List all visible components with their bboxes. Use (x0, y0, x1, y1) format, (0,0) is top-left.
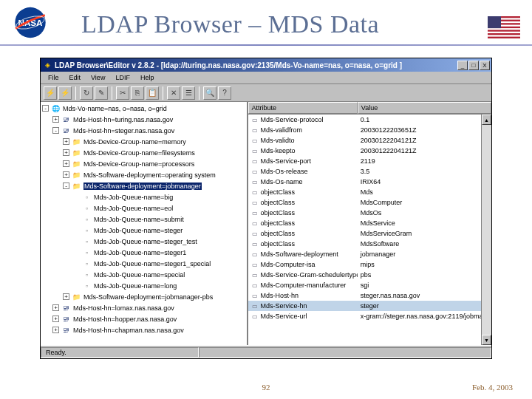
list-row[interactable]: ▭Mds-Computer-isamips (248, 259, 491, 270)
maximize-button[interactable]: □ (468, 61, 479, 70)
expand-toggle[interactable]: + (52, 116, 59, 123)
tree-item[interactable]: +🖳Mds-Host-hn=chapman.nas.nasa.gov (41, 324, 247, 335)
tool-cut[interactable]: ✂ (116, 86, 129, 100)
menu-view[interactable]: View (86, 73, 109, 82)
tree-item[interactable]: -🖳Mds-Host-hn=steger.nas.nasa.gov (41, 125, 247, 136)
attr-value: steger (358, 301, 491, 311)
tool-copy[interactable]: ⎘ (131, 86, 144, 100)
list-row[interactable]: ▭Mds-validto20030122204121Z (248, 135, 491, 146)
tool-delete[interactable]: ✕ (167, 86, 180, 100)
attribute-icon: ▭ (251, 271, 259, 279)
list-row[interactable]: ▭Mds-Software-deploymentjobmanager (248, 249, 491, 259)
tree-item[interactable]: ▫Mds-Job-Queue-name=submit (41, 214, 247, 225)
attr-name: Mds-Service-port (261, 157, 312, 165)
tree-item[interactable]: +📁Mds-Software-deployment=jobmanager-pbs (41, 291, 247, 302)
tree-item[interactable]: ▫Mds-Job-Queue-name=steger1 (41, 247, 247, 258)
tree-item[interactable]: ▫Mds-Job-Queue-name=steger1_special (41, 258, 247, 269)
minimize-button[interactable]: _ (457, 61, 468, 70)
tool-props[interactable]: ☰ (182, 86, 195, 100)
expand-toggle[interactable]: + (63, 138, 69, 145)
list-row[interactable]: ▭objectClassMdsServiceGram (248, 228, 491, 239)
column-value[interactable]: Value (358, 102, 491, 114)
attribute-icon: ▭ (251, 199, 259, 206)
list-row[interactable]: ▭objectClassMds (248, 187, 491, 197)
tree-item[interactable]: +🖳Mds-Host-hn=hopper.nas.nasa.gov (41, 313, 247, 324)
expand-toggle[interactable]: + (63, 160, 69, 167)
leaf-icon: ▫ (82, 248, 92, 256)
tree-item[interactable]: ▫Mds-Job-Queue-name=steger (41, 225, 247, 236)
vertical-scrollbar[interactable]: ▲ ▼ (481, 115, 491, 345)
list-row[interactable]: ▭Mds-Computer-manufacturersgi (248, 280, 491, 290)
tree-label: Mds-Job-Queue-name=steger1 (94, 249, 186, 256)
folder-icon: 📁 (72, 160, 81, 168)
tree-item[interactable]: ▫Mds-Job-Queue-name=steger_test (41, 236, 247, 247)
list-row[interactable]: ▭Mds-Os-nameIRIX64 (248, 177, 491, 187)
tree-label: Mds-Vo-name=nas, o=nasa, o=grid (63, 105, 167, 112)
tree-item[interactable]: ▫Mds-Job-Queue-name=long (41, 280, 247, 291)
list-row[interactable]: ▭objectClassMdsSoftware (248, 239, 491, 249)
attribute-icon: ▭ (251, 188, 259, 196)
svg-rect-9 (488, 35, 520, 36)
tree-label: Mds-Host-hn=lomax.nas.nasa.gov (73, 304, 174, 312)
tree-item[interactable]: -🌐Mds-Vo-name=nas, o=nasa, o=grid (41, 103, 247, 114)
tree-item[interactable]: ▫Mds-Job-Queue-name=special (41, 269, 247, 280)
menu-file[interactable]: File (44, 73, 64, 82)
tree-item[interactable]: -📁Mds-Software-deployment=jobmanager (41, 180, 247, 191)
expand-toggle[interactable]: - (52, 127, 59, 134)
tree-item[interactable]: +🖳Mds-Host-hn=lomax.nas.nasa.gov (41, 302, 247, 313)
list-row[interactable]: ▭objectClassMdsOs (248, 208, 491, 218)
tool-help[interactable]: ? (218, 86, 231, 100)
expand-toggle[interactable]: - (42, 105, 49, 112)
list-row[interactable]: ▭Mds-Host-hnsteger.nas.nasa.gov (248, 290, 491, 301)
tree-pane[interactable]: -🌐Mds-Vo-name=nas, o=nasa, o=grid+🖳Mds-H… (41, 102, 248, 345)
list-row[interactable]: ▭Mds-Os-release3.5 (248, 166, 491, 177)
list-row[interactable]: ▭objectClassMdsComputer (248, 197, 491, 208)
expand-toggle[interactable]: - (63, 183, 69, 189)
menu-ldif[interactable]: LDIF (111, 73, 134, 82)
close-button[interactable]: X (480, 61, 490, 70)
expand-toggle[interactable]: + (52, 316, 59, 322)
tree-item[interactable]: ▫Mds-Job-Queue-name=big (41, 191, 247, 202)
attr-value: IRIX64 (358, 177, 491, 187)
tool-search[interactable]: 🔍 (203, 86, 216, 100)
expand-toggle[interactable]: + (63, 171, 69, 178)
column-attribute[interactable]: Attribute (248, 102, 358, 114)
list-row[interactable]: ▭Mds-validfrom20030122203651Z (248, 125, 491, 135)
list-pane[interactable]: Attribute Value ▭Mds-Service-protocol0.1… (248, 102, 491, 345)
tool-connect[interactable]: ⚡ (44, 86, 57, 100)
tool-refresh[interactable]: ↻ (80, 86, 93, 100)
tree-item[interactable]: +📁Mds-Software-deployment=operating syst… (41, 169, 247, 180)
tree-item[interactable]: +📁Mds-Device-Group-name=processors (41, 158, 247, 169)
scroll-up-button[interactable]: ▲ (482, 115, 491, 125)
menu-edit[interactable]: Edit (65, 73, 86, 82)
attr-value: x-gram://steger.nas.nasa.gov:2119/jobman… (358, 311, 491, 321)
tree-label: Mds-Host-hn=hopper.nas.nasa.gov (73, 316, 177, 323)
tree-item[interactable]: +🖳Mds-Host-hn=turing.nas.nasa.gov (41, 114, 247, 125)
list-row[interactable]: ▭objectClassMdsService (248, 218, 491, 228)
leaf-icon: ▫ (82, 215, 92, 223)
tool-new[interactable]: ✎ (95, 86, 108, 100)
menu-help[interactable]: Help (136, 73, 159, 82)
title-underline (0, 44, 532, 46)
list-row[interactable]: ▭Mds-Service-hnsteger (248, 301, 491, 311)
list-row[interactable]: ▭Mds-Service-urlx-gram://steger.nas.nasa… (248, 311, 491, 321)
expand-toggle[interactable]: + (52, 304, 59, 311)
tree-label: Mds-Job-Queue-name=submit (94, 216, 184, 223)
comp-icon: 🖳 (61, 315, 71, 323)
tree-item[interactable]: +📁Mds-Device-Group-name=memory (41, 136, 247, 147)
window-titlebar[interactable]: ◈ LDAP Browser\Editor v 2.8.2 - [ldap://… (41, 58, 491, 72)
scroll-down-button[interactable]: ▼ (482, 335, 491, 345)
list-row[interactable]: ▭Mds-Service-port2119 (248, 156, 491, 166)
tree-item[interactable]: ▫Mds-Job-Queue-name=eol (41, 202, 247, 214)
expand-toggle[interactable]: + (63, 149, 69, 156)
comp-icon: 🖳 (61, 115, 71, 123)
list-row[interactable]: ▭Mds-keepto20030122204121Z (248, 146, 491, 156)
expand-toggle[interactable]: + (52, 327, 59, 333)
attr-name: objectClass (261, 209, 296, 216)
expand-toggle[interactable]: + (63, 293, 69, 300)
list-row[interactable]: ▭Mds-Service-Gram-schedulertypepbs (248, 270, 491, 280)
tool-paste[interactable]: 📋 (146, 86, 159, 100)
list-row[interactable]: ▭Mds-Service-protocol0.1 (248, 115, 491, 125)
tree-item[interactable]: +📁Mds-Device-Group-name=filesystems (41, 147, 247, 158)
tool-disconnect[interactable]: ⚡ (58, 86, 72, 100)
